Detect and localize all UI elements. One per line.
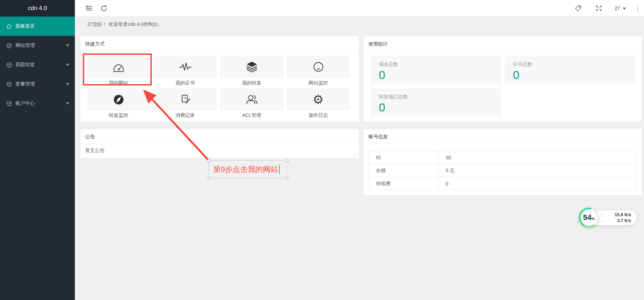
shortcut-my-forwards[interactable]: 我的转发	[220, 56, 283, 87]
gauge-percent-sign: %	[592, 217, 595, 221]
refresh-icon[interactable]	[100, 4, 108, 12]
shortcut-label: ACL管理	[220, 111, 283, 120]
arrow-down-icon: ↓	[601, 218, 605, 223]
usage-stats-title: 使用统计	[364, 36, 641, 52]
pulse-icon	[153, 56, 217, 78]
sidebar-item-label: 套餐管理	[16, 81, 35, 87]
upload-speed: 15.6 K/s	[605, 212, 637, 217]
arrow-up-icon: ↑	[601, 212, 605, 217]
row-value: 0 元	[439, 164, 636, 177]
shortcut-label: 我的网站	[87, 78, 150, 87]
shortcut-my-certificates[interactable]: 我的证书	[153, 56, 217, 87]
row-label: 余额	[369, 164, 439, 177]
layers-icon	[220, 56, 283, 78]
download-speed-row: ↓ 3.7 K/s	[601, 218, 637, 223]
sidebar-item-site-management[interactable]: 网站管理	[0, 36, 75, 55]
upload-speed-row: ↑ 15.6 K/s	[601, 212, 637, 218]
user-dropdown[interactable]: 27	[615, 0, 626, 17]
sidebar-item-account-center[interactable]: 账户中心	[0, 94, 75, 113]
stat-label: 证书总数	[513, 61, 627, 68]
box-icon	[6, 62, 12, 68]
home-icon	[6, 23, 12, 29]
cpu-gauge-ring: 54%	[579, 208, 599, 228]
chevron-down-icon	[623, 8, 626, 10]
stat-value: 0	[513, 69, 627, 81]
notice-empty-text: 暂无公告	[80, 144, 359, 158]
text-cursor	[279, 165, 280, 174]
download-speed: 3.7 K/s	[605, 218, 637, 223]
usage-stats-panel: 使用统计 域名总数 0 证书总数 0 转发端口总数 0	[364, 36, 641, 121]
box-icon	[6, 81, 12, 87]
sidebar-item-label: 四层转发	[16, 62, 35, 68]
fullscreen-icon[interactable]	[595, 4, 603, 12]
shortcut-label: 操作日志	[287, 111, 350, 120]
gear-icon: ⚙	[287, 89, 350, 111]
box-icon	[6, 43, 12, 49]
sidebar-item-label: 网站管理	[16, 42, 35, 49]
users-icon	[220, 89, 283, 111]
svg-text:?: ?	[184, 96, 186, 101]
collapse-menu-icon[interactable]	[85, 4, 93, 12]
cpu-gauge-value: 54%	[581, 209, 597, 226]
table-row: 待续费 0	[369, 177, 636, 190]
table-row: ID 30	[369, 151, 636, 164]
compass-icon	[87, 89, 150, 111]
account-info-table: ID 30 余额 0 元 待续费 0	[369, 151, 636, 190]
shortcut-billing-records[interactable]: ? 消费记录	[153, 89, 217, 120]
topbar: 27 ⋮	[75, 0, 644, 17]
welcome-message: 27您好！ 欢迎登录cdn 4.0控制台。	[87, 21, 163, 28]
row-label: 待续费	[369, 177, 439, 190]
chevron-down-icon	[66, 83, 69, 85]
app-title: cdn 4.0	[0, 0, 75, 17]
row-value: 30	[439, 151, 636, 164]
shortcut-label: 转发监控	[87, 111, 150, 120]
stat-forward-port-total: 转发端口总数 0	[370, 89, 501, 117]
shortcuts-title: 快捷方式	[80, 36, 359, 52]
shortcut-website-monitor[interactable]: 网站监控	[287, 56, 350, 87]
shortcut-grid: 我的网站 我的证书 我的转发 网站监控 转发监控	[87, 56, 352, 120]
resize-handle[interactable]	[286, 177, 289, 180]
sidebar-item-plan-management[interactable]: 套餐管理	[0, 74, 75, 94]
chevron-down-icon	[66, 102, 69, 104]
speed-gauge-widget[interactable]: ↑ 15.6 K/s ↓ 3.7 K/s 54%	[579, 207, 637, 229]
annotation-textbox[interactable]: 第9步点击我的网站	[209, 160, 287, 179]
table-row: 余额 0 元	[369, 164, 636, 177]
chevron-down-icon	[66, 44, 69, 47]
stat-label: 转发端口总数	[379, 94, 493, 100]
box-icon	[6, 101, 12, 107]
notice-title: 公告	[80, 129, 359, 144]
shortcut-forward-monitor[interactable]: 转发监控	[87, 89, 150, 120]
shortcut-label: 我的证书	[153, 78, 217, 87]
bill-question-icon: ?	[153, 89, 217, 111]
shortcut-my-websites[interactable]: 我的网站	[87, 56, 150, 87]
resize-handle[interactable]	[207, 159, 210, 162]
shortcut-operation-log[interactable]: ⚙ 操作日志	[287, 89, 350, 120]
stat-certificate-total: 证书总数 0	[505, 56, 635, 84]
resize-handle[interactable]	[207, 177, 210, 180]
shortcut-label: 我的转发	[220, 78, 283, 87]
stat-label: 域名总数	[379, 61, 493, 68]
chevron-down-icon	[66, 64, 69, 66]
gauge-percent: 54	[583, 209, 591, 226]
shortcut-label: 网站监控	[287, 78, 350, 87]
resize-handle[interactable]	[286, 159, 289, 162]
stat-value: 0	[379, 69, 493, 81]
shortcuts-panel: 快捷方式 我的网站 我的证书 我的转发 网站监控	[80, 36, 359, 121]
annotation-text: 第9步点击我的网站	[213, 164, 278, 175]
stat-domain-total: 域名总数 0	[370, 56, 501, 84]
account-info-panel: 账号信息 ID 30 余额 0 元 待续费 0	[364, 129, 641, 195]
tag-icon[interactable]	[574, 4, 582, 12]
speedometer-icon	[87, 56, 150, 78]
stat-value: 0	[379, 101, 493, 114]
row-label: ID	[369, 151, 439, 164]
sidebar-item-dashboard[interactable]: 面板首页	[0, 17, 75, 36]
monitor-face-icon	[287, 56, 350, 78]
row-value: 0	[439, 177, 636, 190]
user-name: 27	[615, 6, 620, 11]
kebab-menu-icon[interactable]: ⋮	[634, 4, 641, 12]
sidebar-item-label: 账户中心	[16, 100, 35, 107]
sidebar-item-layer4-forward[interactable]: 四层转发	[0, 55, 75, 74]
account-info-title: 账号信息	[364, 129, 641, 144]
notice-panel: 公告 暂无公告	[80, 129, 359, 158]
shortcut-acl-management[interactable]: ACL管理	[220, 89, 283, 120]
